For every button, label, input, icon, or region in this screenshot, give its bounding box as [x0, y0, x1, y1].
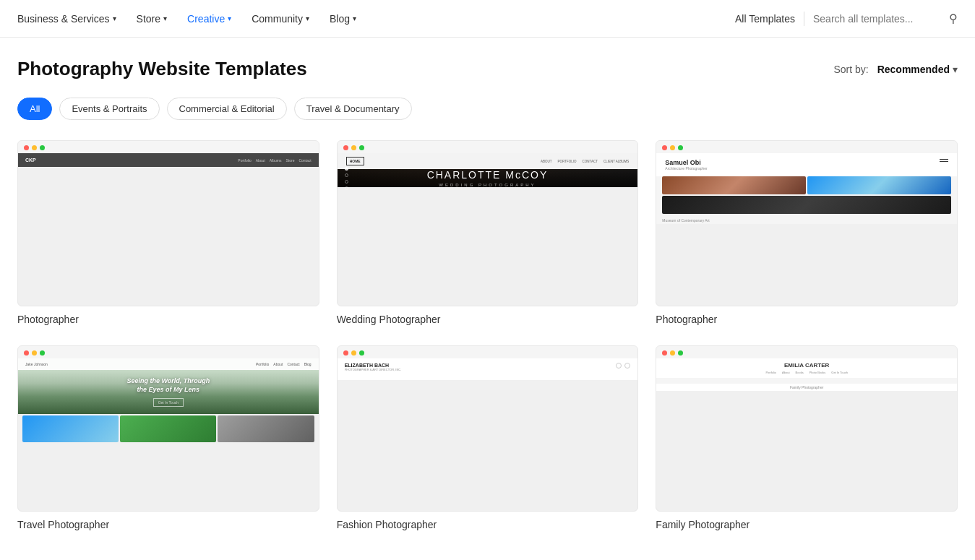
navbar: Business & Services ▾ Store ▾ Creative ▾… — [0, 0, 975, 38]
nav-right: All Templates ⚲ — [735, 12, 958, 26]
template-label: Family Photographer — [656, 519, 958, 530]
chevron-icon: ▾ — [113, 14, 116, 22]
search-bar: ⚲ — [813, 12, 958, 25]
template-card[interactable]: ELIZABETH BACH PHOTOGRAPHER & ART DIRECT… — [337, 345, 639, 530]
window-dot-green — [678, 145, 683, 150]
thumbnail-topbar: HOME ABOUT PORTFOLIO CONTACT CLIENT ALBU… — [338, 153, 638, 169]
nav-item-blog[interactable]: Blog ▾ — [330, 10, 356, 27]
thumbnail-label: Family Photographer — [656, 384, 957, 391]
template-thumbnail: CKP Portfolio About Albums Store Contact… — [17, 140, 319, 306]
template-thumbnail: EMILIA CARTER Portfolio About Books Phot… — [656, 345, 958, 512]
hamburger-icon — [940, 159, 948, 162]
thumbnail-nav-dots — [345, 167, 348, 190]
thumbnail-grid — [656, 378, 957, 384]
window-dot-red — [662, 350, 667, 356]
thumbnail-topbar: CKP Portfolio About Albums Store Contact — [18, 153, 319, 167]
template-card[interactable]: Jake Johnson PortfolioAboutContactBlog S… — [17, 345, 319, 530]
window-dot-red — [662, 145, 667, 150]
sort-by-dropdown[interactable]: Sort by: Recommended ▾ — [834, 64, 958, 75]
thumbnail-topbar: EMILIA CARTER Portfolio About Books Phot… — [656, 358, 957, 378]
chevron-icon: ▾ — [353, 14, 356, 22]
template-label: Wedding Photographer — [337, 314, 639, 325]
template-label: Photographer — [656, 314, 958, 325]
thumbnail-topbar: Samuel Obi Architecture Photographer — [656, 153, 957, 176]
template-label: Fashion Photographer — [337, 519, 639, 530]
thumbnail-hero: CHARLOTTE McCOY WEDDING PHOTOGRAPHY — [338, 169, 638, 187]
thumbnail-label: Museum of Contemporary Art — [656, 217, 957, 224]
nav-item-store[interactable]: Store ▾ — [137, 10, 167, 27]
template-thumbnail: Samuel Obi Architecture Photographer Mus… — [656, 140, 958, 306]
template-thumbnail: HOME ABOUT PORTFOLIO CONTACT CLIENT ALBU… — [337, 140, 639, 306]
filter-tabs: All Events & Portraits Commercial & Edit… — [17, 98, 958, 120]
window-dot-yellow — [351, 350, 356, 356]
filter-tab-all[interactable]: All — [17, 98, 52, 120]
window-dot-yellow — [670, 145, 675, 150]
filter-tab-travel[interactable]: Travel & Documentary — [294, 98, 412, 120]
thumbnail-hero: Seeing the World, Throughthe Eyes of My … — [18, 370, 319, 414]
window-dot-yellow — [32, 145, 37, 150]
search-icon[interactable]: ⚲ — [949, 12, 958, 25]
all-templates-link[interactable]: All Templates — [735, 13, 795, 25]
thumbnail-hero-text: CHARLOTTE McCOY WEDDING PHOTOGRAPHY — [427, 169, 549, 187]
search-input[interactable] — [813, 13, 943, 25]
page-title: Photography Website Templates — [17, 58, 307, 80]
window-dot-yellow — [32, 350, 37, 356]
thumbnail-topbar: Jake Johnson PortfolioAboutContactBlog — [18, 358, 319, 370]
thumbnail-grid — [338, 376, 638, 380]
chevron-icon: ▾ — [306, 14, 309, 22]
chevron-icon: ▾ — [163, 14, 167, 22]
template-card[interactable]: HOME ABOUT PORTFOLIO CONTACT CLIENT ALBU… — [337, 140, 639, 325]
page-header: Photography Website Templates Sort by: R… — [17, 58, 958, 80]
main-content: Photography Website Templates Sort by: R… — [0, 38, 975, 559]
thumbnail-brand: CKP — [25, 158, 36, 163]
window-dot-green — [359, 145, 364, 150]
filter-tab-events[interactable]: Events & Portraits — [59, 98, 159, 120]
window-dot-red — [343, 145, 348, 150]
window-dot-green — [359, 350, 364, 356]
window-dot-green — [40, 145, 45, 150]
thumbnail-nav: Portfolio About Albums Store Contact — [238, 158, 311, 163]
thumbnail-hero-text: Seeing the World, Throughthe Eyes of My … — [126, 377, 210, 407]
window-dot-red — [24, 145, 29, 150]
window-dot-red — [343, 350, 348, 356]
nav-item-business[interactable]: Business & Services ▾ — [17, 10, 116, 27]
nav-item-creative[interactable]: Creative ▾ — [187, 10, 231, 27]
sort-by-label: Sort by: — [834, 64, 869, 75]
template-card[interactable]: CKP Portfolio About Albums Store Contact… — [17, 140, 319, 325]
nav-divider — [804, 12, 804, 26]
template-card[interactable]: Samuel Obi Architecture Photographer Mus… — [656, 140, 958, 325]
chevron-down-icon: ▾ — [953, 64, 958, 75]
window-dot-green — [678, 350, 683, 356]
window-dot-yellow — [351, 145, 356, 150]
filter-tab-commercial[interactable]: Commercial & Editorial — [167, 98, 287, 120]
nav-item-community[interactable]: Community ▾ — [252, 10, 309, 27]
thumbnail-topbar: ELIZABETH BACH PHOTOGRAPHER & ART DIRECT… — [338, 358, 638, 376]
template-thumbnail: Jake Johnson PortfolioAboutContactBlog S… — [17, 345, 319, 512]
thumbnail-bottom-strip — [18, 414, 319, 447]
window-dot-yellow — [670, 350, 675, 356]
chevron-icon: ▾ — [228, 14, 231, 22]
template-thumbnail: ELIZABETH BACH PHOTOGRAPHER & ART DIRECT… — [337, 345, 639, 512]
template-label: Travel Photographer — [17, 519, 319, 530]
template-label: Photographer — [17, 314, 319, 325]
nav-left: Business & Services ▾ Store ▾ Creative ▾… — [17, 10, 735, 27]
window-dot-green — [40, 350, 45, 356]
thumbnail-photos — [656, 176, 957, 217]
template-grid: CKP Portfolio About Albums Store Contact… — [17, 140, 958, 530]
template-card[interactable]: EMILIA CARTER Portfolio About Books Phot… — [656, 345, 958, 530]
window-dot-red — [24, 350, 29, 356]
sort-by-value: Recommended — [877, 64, 950, 75]
